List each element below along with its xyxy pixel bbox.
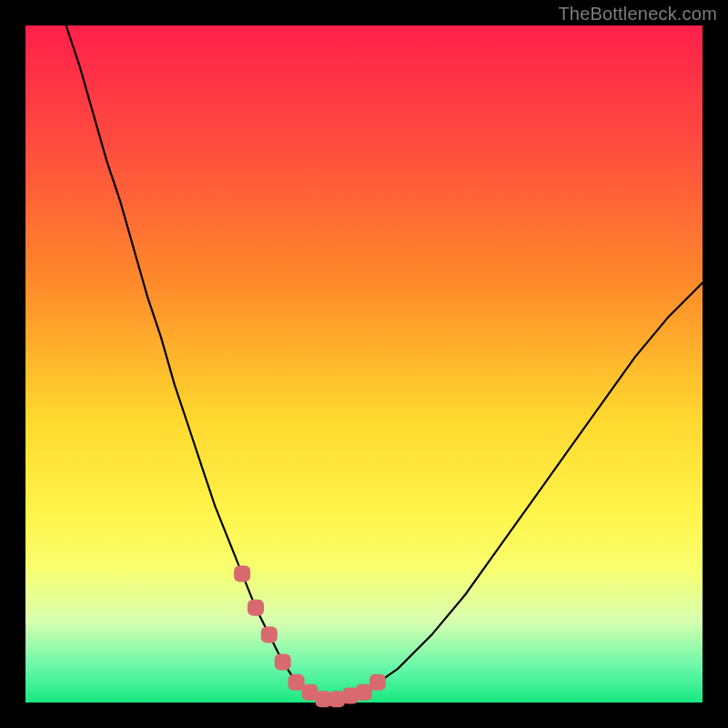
gradient-plot-area	[25, 25, 703, 703]
curve-marker	[369, 674, 386, 691]
marker-group	[234, 566, 386, 708]
curve-marker	[275, 653, 291, 670]
watermark-text: TheBottleneck.com	[558, 4, 717, 25]
plot-svg	[25, 25, 703, 703]
bottleneck-curve	[66, 25, 703, 699]
curve-marker	[248, 600, 264, 616]
curve-marker	[261, 627, 278, 643]
curve-marker	[234, 566, 250, 582]
